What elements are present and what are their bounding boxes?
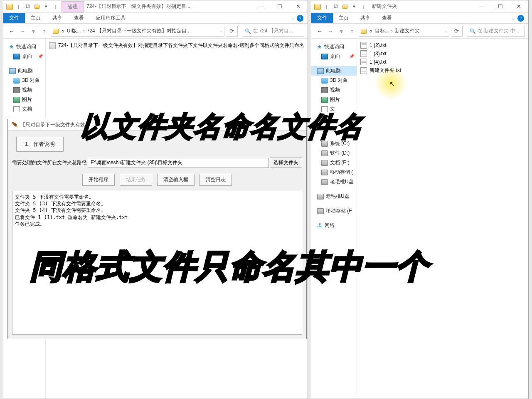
sidebar-videos[interactable]: 视频 [311, 85, 357, 95]
search-input[interactable]: 🔍 在 新建文件夹 中... [467, 26, 525, 37]
up-button[interactable]: ↑ [39, 26, 49, 36]
contextual-tab-manage[interactable]: 管理 [62, 1, 84, 12]
ribbon-tab-share[interactable]: 共享 [47, 13, 68, 23]
ribbon-collapse-icon[interactable]: ⌵ [512, 16, 515, 20]
sidebar-videos[interactable]: 视频 [3, 85, 45, 95]
sidebar-pictures[interactable]: 图片 [3, 95, 45, 104]
drive-icon [321, 160, 328, 166]
checkbox-icon[interactable]: ☑ [332, 3, 340, 10]
file-item[interactable]: 新建文件夹.txt [357, 66, 528, 75]
maximize-button[interactable]: ☐ [491, 0, 510, 13]
file-list[interactable]: 1 (2).txt 1 (3).txt 1 (4).txt 新建文件夹.txt [357, 39, 528, 399]
search-input[interactable]: 🔍 在 724-【只对目... [242, 26, 304, 37]
search-icon: 🔍 [245, 28, 251, 34]
sidebar-removable2[interactable]: 移动存储 (F [311, 206, 357, 216]
txt-icon [360, 67, 367, 74]
ribbon-tab-home[interactable]: 主页 [333, 13, 355, 23]
qat-sep2: | [360, 3, 367, 10]
ribbon-tabs: 文件 主页 共享 查看 ⌵ ? [311, 13, 528, 24]
ribbon-tab-view[interactable]: 查看 [376, 13, 398, 23]
recent-dropdown-icon[interactable]: ▾ [28, 26, 38, 36]
address-dropdown-icon[interactable]: ⌵ [220, 29, 222, 33]
file-item[interactable]: 724-【只对目录下一级文件夹有效】对指定目录下各文件夹下文件以文件夹名命名-遇… [46, 41, 308, 50]
sidebar-desktop[interactable]: 桌面📌 [311, 52, 357, 61]
sidebar-pictures[interactable]: 图片 [311, 95, 357, 104]
ribbon-tab-apptools[interactable]: 应用程序工具 [90, 13, 131, 23]
tool-window: 🪶 【只对目录下一级文件夹有效 1、作者说明 需要处理的文件所在文件夹总路径 选… [7, 119, 307, 339]
help-icon[interactable]: ? [517, 15, 524, 22]
breadcrumb-item[interactable]: 新建文件夹 [394, 27, 421, 34]
star-icon: ★ [317, 44, 322, 50]
minimize-button[interactable]: — [472, 0, 491, 13]
sidebar-quick-access[interactable]: ★快速访问 [311, 42, 357, 52]
close-button[interactable]: ✕ [510, 0, 528, 13]
picture-icon [13, 97, 20, 103]
sidebar-3d-objects[interactable]: 3D 对象 [311, 76, 357, 85]
file-item[interactable]: 1 (3).txt [357, 49, 528, 58]
window-controls: — ☐ ✕ [251, 0, 308, 13]
clear-log-button[interactable]: 清空日志 [200, 174, 232, 186]
up-button[interactable]: ↑ [347, 26, 357, 36]
help-icon[interactable]: ? [297, 15, 303, 22]
file-name: 1 (4).txt [369, 59, 387, 65]
address-bar[interactable]: « 目标... › 新建文件夹 ⌵ [359, 26, 449, 37]
sidebar-desktop[interactable]: 桌面📌 [3, 52, 45, 61]
close-button[interactable]: ✕ [289, 0, 308, 13]
author-info-button[interactable]: 1、作者说明 [16, 137, 64, 152]
ribbon-collapse-icon[interactable]: ⌵ [292, 16, 294, 20]
sidebar-network[interactable]: 🖧网络 [311, 221, 357, 230]
checkbox-icon[interactable]: ☑ [24, 3, 32, 10]
file-name: 新建文件夹.txt [369, 67, 401, 74]
pin-icon: 📌 [38, 54, 43, 59]
sidebar-drive-d[interactable]: 软件 (D:) [311, 148, 357, 158]
breadcrumb-item[interactable]: UI版... [66, 27, 82, 34]
forward-button[interactable]: → [325, 26, 335, 36]
refresh-button[interactable]: ⟳ [226, 26, 238, 37]
ribbon-tab-share[interactable]: 共享 [355, 13, 376, 23]
file-item[interactable]: 1 (4).txt [357, 58, 528, 66]
address-dropdown-icon[interactable]: ⌵ [445, 29, 447, 33]
path-input[interactable] [88, 158, 269, 168]
back-button[interactable]: ← [315, 26, 325, 36]
maximize-button[interactable]: ☐ [270, 0, 289, 13]
sidebar-quick-access[interactable]: ★快速访问 [3, 42, 45, 52]
folder-small-icon [33, 3, 41, 10]
browse-button[interactable]: 选择文件夹 [270, 158, 302, 168]
sidebar-usb2[interactable]: 老毛桃U盘 [311, 192, 357, 201]
sidebar-drive-e[interactable]: 文档 (E:) [311, 158, 357, 167]
qat-sep: | [15, 3, 22, 10]
pc-icon [317, 68, 324, 74]
end-button[interactable]: 结束任务 [120, 174, 152, 186]
sidebar-this-pc[interactable]: 此电脑 [311, 66, 357, 76]
window-controls: — ☐ ✕ [472, 0, 528, 13]
breadcrumb-item[interactable]: 目标... [374, 27, 390, 34]
back-button[interactable]: ← [7, 26, 17, 36]
sidebar-this-pc[interactable]: 此电脑 [3, 66, 45, 76]
qat-dropdown-icon[interactable]: ▾ [42, 3, 50, 10]
ribbon-tab-view[interactable]: 查看 [68, 13, 90, 23]
folder-small-icon [341, 3, 349, 10]
refresh-button[interactable]: ⟳ [451, 26, 463, 37]
sidebar-documents[interactable]: 文档 [3, 104, 45, 114]
sidebar-removable[interactable]: 移动存储 ( [311, 167, 357, 177]
address-bar[interactable]: « UI版... › 724-【只对目录下一级文件夹有效】对指定目... ⌵ [51, 26, 224, 37]
file-item[interactable]: 1 (2).txt [357, 41, 528, 49]
drive-icon [321, 150, 328, 156]
recent-dropdown-icon[interactable]: ▾ [336, 26, 346, 36]
sidebar-3d-objects[interactable]: 3D 对象 [3, 76, 45, 85]
forward-button[interactable]: → [17, 26, 27, 36]
txt-icon [360, 59, 367, 65]
qat-dropdown-icon[interactable]: ▾ [350, 3, 358, 10]
sidebar-usb[interactable]: 老毛桃U盘 [311, 177, 357, 187]
search-placeholder: 在 724-【只对目... [253, 27, 293, 34]
breadcrumb-item[interactable]: 724-【只对目录下一级文件夹有效】对指定目... [86, 27, 192, 34]
navigation-bar: ← → ▾ ↑ « 目标... › 新建文件夹 ⌵ ⟳ 🔍 在 新建文件夹 中.… [311, 24, 528, 39]
start-button[interactable]: 开始程序 [82, 174, 115, 186]
clear-input-button[interactable]: 清空输入框 [157, 174, 195, 186]
ribbon-tab-file[interactable]: 文件 [311, 13, 333, 23]
breadcrumb-prefix: « [60, 28, 66, 34]
minimize-button[interactable]: — [251, 0, 270, 13]
pc-icon [9, 68, 16, 74]
ribbon-tab-file[interactable]: 文件 [3, 13, 25, 23]
ribbon-tab-home[interactable]: 主页 [25, 13, 47, 23]
